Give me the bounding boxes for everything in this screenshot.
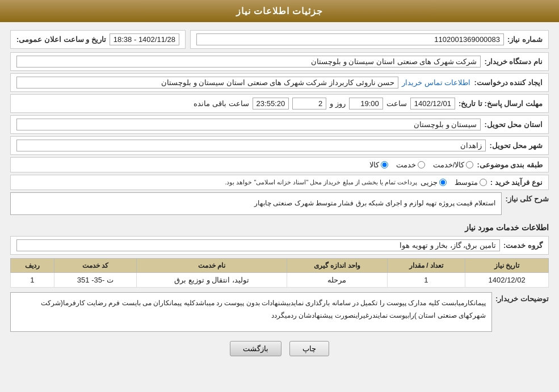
col-vahedAndaze: واحد اندازه گیری: [287, 259, 387, 273]
back-button[interactable]: بازگشت: [230, 341, 281, 356]
ettelaatTamas-link[interactable]: اطلاعات تماس خریدار: [402, 78, 470, 87]
tabaqeBandi-label: طبقه بندی موضوعی:: [477, 161, 543, 169]
noeFarayand-options: متوسط جزیی: [421, 178, 487, 187]
mohlatErsal-label: مهلت ارسال پاسخ: تا تاریخ:: [459, 99, 543, 108]
page-wrapper: جزئیات اطلاعات نیاز شماره نیاز: 11020013…: [0, 0, 559, 392]
radio-jozi[interactable]: جزیی: [421, 178, 447, 187]
page-title: جزئیات اطلاعات نیاز: [236, 6, 323, 16]
content-area: شماره نیاز: 1102001369000083 1402/11/28 …: [0, 22, 559, 364]
mohlatErsal-time: 19:00: [349, 98, 383, 109]
tarich-label: تاریخ و ساعت اعلان عمومی:: [16, 35, 106, 44]
col-radif: ردیف: [11, 259, 54, 273]
mohlatErsal-time-label: ساعت: [386, 99, 407, 108]
mohlatErsal-rooz-label: روز و: [330, 99, 346, 108]
radio-kala[interactable]: کالا: [369, 161, 388, 169]
print-button[interactable]: چاپ: [289, 341, 329, 356]
shomareNiaz-label: شماره نیاز:: [507, 35, 543, 44]
noeFarayand-label: نوع فرآیند خرید :: [490, 178, 543, 187]
notes-value: پیمانکارمیابست کلیه مدارک پیوست را تکمیل…: [10, 292, 492, 332]
services-table: تاریخ نیاز تعداد / مقدار واحد اندازه گیر…: [10, 258, 549, 288]
radio-khadamat[interactable]: خدمت: [396, 161, 425, 169]
namDastgah-value: شرکت شهرک های صنعتی استان سیستان و بلوچس…: [16, 56, 481, 68]
sharhKoli-label: شرح کلی نیاز:: [505, 192, 549, 203]
cell-kodKhadamat: ت -35- 351: [54, 273, 136, 288]
page-header: جزئیات اطلاعات نیاز: [0, 0, 559, 22]
mohlatErsal-remaining: 23:55:20: [253, 98, 289, 109]
mohlatErsal-date: 1402/12/01: [410, 98, 455, 109]
goroheKhadamat-value: تامین برق، گاز، بخار و تهویه هوا: [16, 239, 500, 251]
cell-radif: 1: [11, 273, 54, 288]
cell-tarikhNiaz: 1402/12/02: [465, 273, 549, 288]
khadamat-title: اطلاعات خدمات مورد نیاز: [10, 223, 549, 232]
col-namKhadamat: نام خدمت: [136, 259, 287, 273]
ostan-value: سیستان و بلوچستان: [16, 119, 481, 130]
radio-motavasset[interactable]: متوسط: [455, 178, 487, 187]
notes-label: توضیحات خریدار:: [495, 292, 549, 303]
mohlatErsal-remaining-label: ساعت باقی مانده: [194, 99, 249, 108]
mohlatErsal-rooz: 2: [292, 98, 326, 109]
button-row: چاپ بازگشت: [10, 341, 549, 356]
col-kodKhadamat: کد خدمت: [54, 259, 136, 273]
col-tarikhNiaz: تاریخ نیاز: [465, 259, 549, 273]
cell-tedadMegdar: 1: [387, 273, 465, 288]
col-tedadMegdar: تعداد / مقدار: [387, 259, 465, 273]
shahr-label: شهر محل تحویل:: [489, 141, 543, 150]
cell-namKhadamat: تولید، انتقال و توزیع برق: [136, 273, 287, 288]
ostan-label: استان محل تحویل:: [484, 120, 543, 129]
goroheKhadamat-label: گروه خدمت:: [503, 241, 543, 250]
table-row: 1402/12/02 1 مرحله تولید، انتقال و توزیع…: [11, 273, 549, 288]
cell-vahedAndaze: مرحله: [287, 273, 387, 288]
shahr-value: زاهدان: [16, 140, 486, 151]
shomareNiaz-value: 1102001369000083: [196, 33, 504, 45]
namDastgah-label: نام دستگاه خریدار:: [484, 57, 543, 66]
noeFarayand-note: پرداخت تمام یا بخشی از مبلغ خریداز محل "…: [225, 179, 417, 186]
sharhKoli-value: استعلام قیمت پروژه تهیه لوازم و اجرای شب…: [10, 192, 502, 215]
tabaqeBandi-options: کالا/خدمت خدمت کالا: [369, 161, 474, 169]
ijadKonande-value: حسن ناروئی کاربرداز شرکت شهرک های صنعتی …: [16, 77, 398, 88]
radio-kala-khadamat[interactable]: کالا/خدمت: [433, 161, 474, 169]
ijadKonande-label: ایجاد کننده درخواست:: [474, 78, 543, 87]
tarich-value: 1402/11/28 - 18:38: [110, 33, 179, 45]
